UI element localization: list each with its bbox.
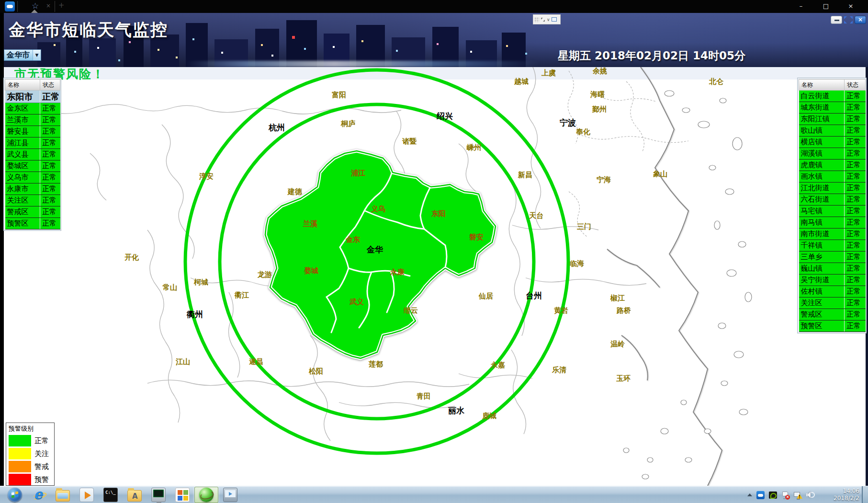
status-cell[interactable]: 正常 — [845, 91, 866, 102]
table-row[interactable]: 金东区正常 — [5, 103, 60, 114]
status-cell[interactable]: 正常 — [40, 195, 60, 206]
table-row[interactable]: 虎鹿镇正常 — [799, 160, 866, 171]
window-close-button[interactable]: × — [840, 0, 862, 12]
status-cell[interactable]: 正常 — [40, 103, 60, 114]
status-cell[interactable]: 正常 — [845, 320, 866, 332]
table-row[interactable]: 南马镇正常 — [799, 217, 866, 229]
name-cell[interactable]: 预警区 — [5, 218, 40, 229]
name-cell[interactable]: 武义县 — [5, 149, 40, 160]
table-row[interactable]: 六石街道正常 — [799, 194, 866, 206]
name-cell[interactable]: 警戒区 — [5, 206, 40, 218]
table-row[interactable]: 三单乡正常 — [799, 252, 866, 263]
taskbar-item-cmd[interactable] — [99, 487, 123, 503]
taskbar-item-dev-folder[interactable] — [123, 487, 147, 503]
name-cell[interactable]: 巍山镇 — [799, 263, 845, 274]
taskbar-item-weather-globe[interactable] — [194, 487, 218, 503]
name-cell[interactable]: 虎鹿镇 — [799, 160, 845, 171]
table-row[interactable]: 佐村镇正常 — [799, 286, 866, 297]
status-cell[interactable]: 正常 — [845, 148, 866, 160]
show-desktop-button[interactable] — [862, 486, 868, 503]
name-cell[interactable]: 预警区 — [799, 320, 845, 332]
tray-clock[interactable]: 14:06 2018/2/2 — [821, 488, 859, 502]
table-row[interactable]: 马宅镇正常 — [799, 206, 866, 217]
taskbar-item-colors-app[interactable] — [170, 487, 194, 503]
name-cell[interactable]: 婺城区 — [5, 160, 40, 172]
table-row[interactable]: 千祥镇正常 — [799, 240, 866, 252]
name-cell[interactable]: 城东街道 — [799, 102, 845, 114]
status-cell[interactable]: 正常 — [845, 160, 866, 171]
name-cell[interactable]: 永康市 — [5, 183, 40, 195]
table-row[interactable]: 画水镇正常 — [799, 171, 866, 183]
teamviewer-icon[interactable] — [756, 491, 765, 499]
column-header-name[interactable]: 名称 — [799, 80, 845, 91]
monitor-icon[interactable] — [552, 17, 557, 22]
teamviewer-icon[interactable] — [5, 1, 15, 11]
table-row[interactable]: 警戒区正常 — [5, 206, 60, 218]
taskbar-item-remote-monitor[interactable] — [147, 487, 170, 503]
name-cell[interactable]: 白云街道 — [799, 91, 845, 102]
status-cell[interactable]: 正常 — [845, 252, 866, 263]
name-cell[interactable]: 浦江县 — [5, 137, 40, 149]
table-row[interactable]: 预警区正常 — [799, 320, 866, 332]
grid-icon[interactable] — [534, 17, 539, 22]
taskbar-item-explorer[interactable] — [51, 487, 75, 503]
name-cell[interactable]: 东阳市 — [5, 91, 40, 103]
name-cell[interactable]: 吴宁街道 — [799, 274, 845, 286]
status-cell[interactable]: 正常 — [845, 309, 866, 320]
table-row[interactable]: 武义县正常 — [5, 149, 60, 160]
city-selector-dropdown[interactable]: 金华市 ▼ — [4, 49, 41, 61]
table-row[interactable]: 东阳江镇正常 — [799, 114, 866, 125]
table-row[interactable]: 预警区正常 — [5, 218, 60, 229]
table-row[interactable]: 兰溪市正常 — [5, 114, 60, 126]
table-row[interactable]: 南市街道正常 — [799, 229, 866, 240]
table-row[interactable]: 歌山镇正常 — [799, 125, 866, 137]
status-cell[interactable]: 正常 — [845, 171, 866, 183]
column-header-name[interactable]: 名称 — [5, 80, 40, 91]
name-cell[interactable]: 横店镇 — [799, 137, 845, 148]
name-cell[interactable]: 磐安县 — [5, 126, 40, 137]
new-tab-icon[interactable]: + — [58, 1, 65, 10]
status-cell[interactable]: 正常 — [40, 137, 60, 149]
status-cell[interactable]: 正常 — [40, 114, 60, 126]
network-icon[interactable] — [793, 491, 802, 499]
name-cell[interactable]: 义乌市 — [5, 172, 40, 183]
tab-close-icon[interactable]: × — [46, 2, 51, 9]
name-cell[interactable]: 东阳江镇 — [799, 114, 845, 125]
taskbar-item-ie[interactable] — [27, 487, 51, 503]
status-cell[interactable]: 正常 — [845, 274, 866, 286]
expand-arrows-icon[interactable] — [541, 17, 545, 22]
status-cell[interactable]: 正常 — [845, 206, 866, 217]
name-cell[interactable]: 警戒区 — [799, 309, 845, 320]
status-cell[interactable]: 正常 — [40, 172, 60, 183]
name-cell[interactable]: 歌山镇 — [799, 125, 845, 137]
status-cell[interactable]: 正常 — [40, 218, 60, 229]
app-close-button[interactable]: × — [855, 16, 866, 24]
status-cell[interactable]: 正常 — [845, 297, 866, 309]
jinhua-region[interactable] — [265, 151, 496, 358]
status-cell[interactable]: 正常 — [845, 229, 866, 240]
name-cell[interactable]: 关注区 — [5, 195, 40, 206]
name-cell[interactable]: 南市街道 — [799, 229, 845, 240]
name-cell[interactable]: 金东区 — [5, 103, 40, 114]
table-row[interactable]: 警戒区正常 — [799, 309, 866, 320]
name-cell[interactable]: 三单乡 — [799, 252, 845, 263]
status-cell[interactable]: 正常 — [845, 263, 866, 274]
status-cell[interactable]: 正常 — [845, 125, 866, 137]
status-cell[interactable]: 正常 — [845, 102, 866, 114]
hidden-icons-icon[interactable] — [747, 493, 752, 496]
table-row[interactable]: 浦江县正常 — [5, 137, 60, 149]
status-cell[interactable]: 正常 — [40, 126, 60, 137]
map-canvas[interactable]: 富阳杭州桐庐绍兴越城上虞余姚海曙鄞州北仑宁波奉化诸暨嵊州新昌宁海象山淳安建德浦江… — [4, 67, 868, 486]
name-cell[interactable]: 湖溪镇 — [799, 148, 845, 160]
table-row[interactable]: 横店镇正常 — [799, 137, 866, 148]
dropdown-arrow-icon[interactable]: ▼ — [33, 50, 41, 60]
status-cell[interactable]: 正常 — [845, 240, 866, 252]
favorite-star-icon[interactable]: ☆ — [32, 1, 39, 11]
status-cell[interactable]: 正常 — [845, 114, 866, 125]
table-row[interactable]: 永康市正常 — [5, 183, 60, 195]
app-fullscreen-button[interactable] — [844, 16, 853, 24]
table-row[interactable]: 城东街道正常 — [799, 102, 866, 114]
column-header-status[interactable]: 状态 — [845, 80, 866, 91]
taskbar-item-media-display[interactable] — [218, 487, 242, 503]
name-cell[interactable]: 关注区 — [799, 297, 845, 309]
